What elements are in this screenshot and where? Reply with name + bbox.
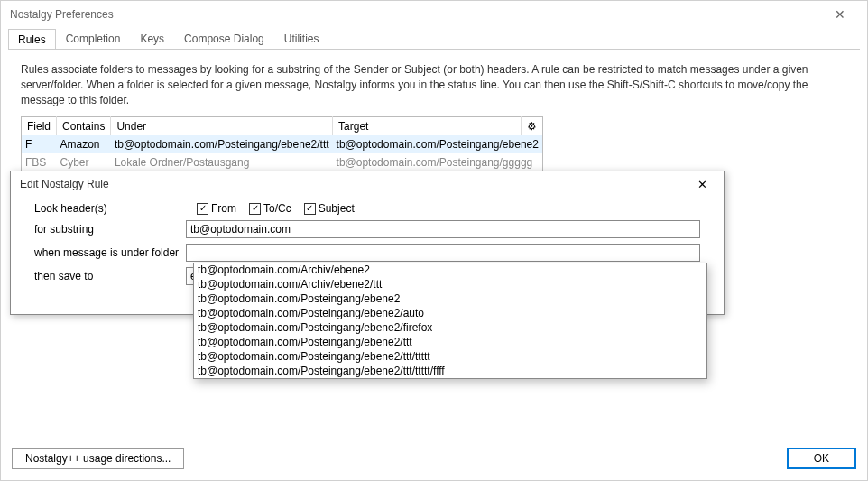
dialog-titlebar: Edit Nostalgy Rule ✕ [11, 171, 724, 197]
autocomplete-item[interactable]: tb@optodomain.com/Posteingang/ebene2/ttt… [194, 349, 706, 364]
dialog-title: Edit Nostalgy Rule [20, 178, 689, 190]
label-look-headers: Look header(s) [34, 202, 197, 215]
checkbox-from-label: From [211, 202, 236, 215]
cell-under: Lokale Ordner/Postausgang [111, 153, 333, 172]
under-folder-input[interactable] [186, 244, 700, 262]
table-row[interactable]: FBS Cyber Lokale Ordner/Postausgang tb@o… [22, 153, 543, 172]
rules-description: Rules associate folders to messages by l… [21, 62, 847, 107]
col-under[interactable]: Under [111, 117, 333, 136]
rules-table: Field Contains Under Target ⚙ F Amazon t… [21, 116, 543, 172]
label-substring: for substring [34, 223, 186, 236]
checkbox-subject-label: Subject [319, 202, 355, 215]
window-title: Nostalgy Preferences [10, 8, 822, 21]
substring-input[interactable] [186, 220, 700, 238]
autocomplete-item[interactable]: tb@optodomain.com/Archiv/ebene2/ttt [194, 277, 706, 291]
cell-target: tb@optodomain.com/Posteingang/ebene2 [333, 135, 543, 153]
checkbox-subject[interactable]: ✓ Subject [304, 202, 355, 215]
autocomplete-item[interactable]: tb@optodomain.com/Posteingang/ebene2 [194, 291, 706, 306]
cell-contains: Amazon [57, 135, 111, 153]
autocomplete-item[interactable]: tb@optodomain.com/Posteingang/ebene2/fir… [194, 320, 706, 335]
checkbox-tocc-label: To/Cc [263, 202, 291, 215]
cell-target: tb@optodomain.com/Posteingang/ggggg [333, 153, 543, 172]
save-to-autocomplete: tb@optodomain.com/Archiv/ebene2 tb@optod… [193, 263, 707, 379]
ok-button[interactable]: OK [787, 448, 856, 469]
tab-utilities[interactable]: Utilities [274, 28, 329, 49]
col-picker-icon[interactable]: ⚙ [521, 117, 542, 136]
label-under-folder: when message is under folder [34, 246, 186, 259]
label-save-to: then save to [34, 270, 186, 282]
cell-under: tb@optodomain.com/Posteingang/ebene2/ttt [111, 135, 333, 153]
autocomplete-item[interactable]: tb@optodomain.com/Posteingang/ebene2/ttt [194, 335, 706, 349]
autocomplete-item[interactable]: tb@optodomain.com/Posteingang/ebene2/ttt… [194, 364, 706, 378]
checkbox-tocc[interactable]: ✓ To/Cc [249, 202, 291, 215]
autocomplete-item[interactable]: tb@optodomain.com/Archiv/ebene2 [194, 263, 706, 277]
check-icon: ✓ [197, 203, 208, 215]
column-picker-icon: ⚙ [527, 120, 537, 133]
tab-compose-dialog[interactable]: Compose Dialog [174, 28, 274, 49]
tabs: Rules Completion Keys Compose Dialog Uti… [1, 28, 867, 49]
tab-completion[interactable]: Completion [56, 28, 131, 49]
dialog-close-icon[interactable]: ✕ [689, 174, 715, 194]
tab-rules[interactable]: Rules [8, 29, 56, 50]
cell-field: FBS [22, 153, 57, 172]
footer: Nostalgy++ usage directions... OK [12, 448, 856, 469]
col-contains[interactable]: Contains [57, 117, 111, 136]
autocomplete-item[interactable]: tb@optodomain.com/Posteingang/ebene2/aut… [194, 306, 706, 320]
table-row[interactable]: F Amazon tb@optodomain.com/Posteingang/e… [22, 135, 543, 153]
checkbox-from[interactable]: ✓ From [197, 202, 236, 215]
cell-field: F [22, 135, 57, 153]
close-icon[interactable]: ✕ [822, 1, 858, 28]
titlebar: Nostalgy Preferences ✕ [1, 1, 867, 28]
cell-contains: Cyber [57, 153, 111, 172]
usage-directions-button[interactable]: Nostalgy++ usage directions... [12, 448, 184, 469]
check-icon: ✓ [304, 203, 316, 215]
tab-keys[interactable]: Keys [130, 28, 174, 49]
col-target[interactable]: Target [333, 117, 522, 136]
preferences-window: Nostalgy Preferences ✕ Rules Completion … [0, 0, 868, 481]
col-field[interactable]: Field [22, 117, 57, 136]
check-icon: ✓ [249, 203, 261, 215]
